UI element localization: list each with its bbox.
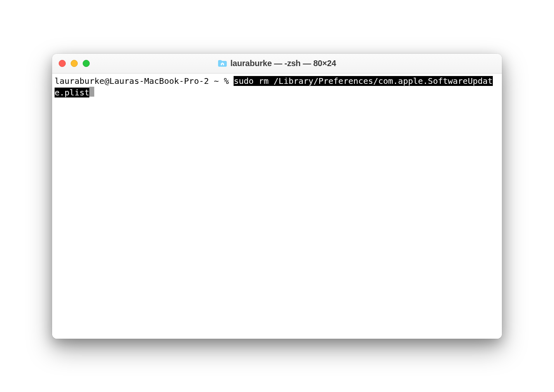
minimize-button[interactable] [71, 60, 78, 67]
traffic-lights [59, 60, 90, 67]
terminal-window: lauraburke — -zsh — 80×24 lauraburke@Lau… [52, 54, 502, 339]
home-folder-icon [218, 59, 227, 67]
terminal-cursor [89, 87, 94, 97]
zoom-button[interactable] [83, 60, 90, 67]
window-title: lauraburke — -zsh — 80×24 [230, 59, 336, 68]
titlebar[interactable]: lauraburke — -zsh — 80×24 [52, 54, 502, 74]
title-area: lauraburke — -zsh — 80×24 [52, 59, 502, 68]
shell-prompt: lauraburke@Lauras-MacBook-Pro-2 ~ % [55, 76, 234, 86]
terminal-content[interactable]: lauraburke@Lauras-MacBook-Pro-2 ~ % sudo… [52, 74, 502, 339]
close-button[interactable] [59, 60, 66, 67]
